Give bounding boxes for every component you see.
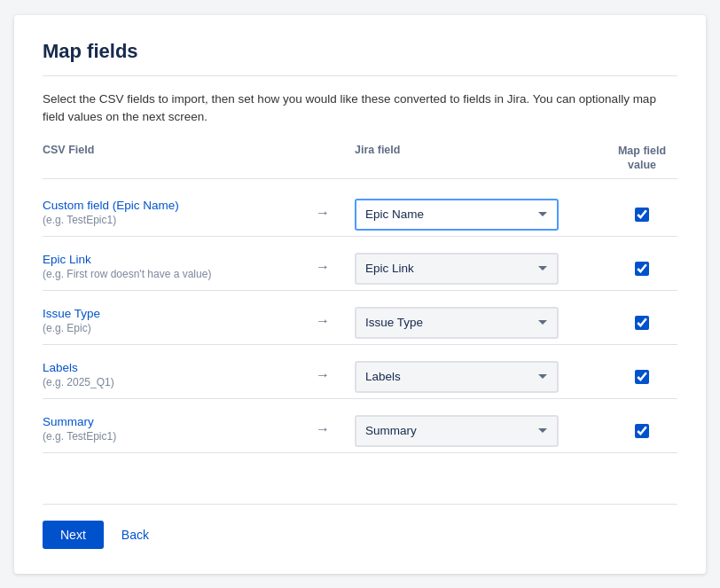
- jira-field-select[interactable]: Issue Type: [355, 307, 559, 339]
- csv-field-example: (e.g. TestEpic1): [43, 214, 309, 226]
- table-row: Issue Type(e.g. Epic)→Issue Type: [43, 291, 677, 345]
- map-field-value-checkbox[interactable]: [635, 208, 649, 222]
- arrow-col: →: [309, 367, 344, 383]
- field-rows: Custom field (Epic Name)(e.g. TestEpic1)…: [43, 183, 677, 495]
- jira-field-col: Epic Link: [344, 249, 607, 285]
- table-row: Labels(e.g. 2025_Q1)→Labels: [43, 345, 677, 399]
- jira-field-col: Epic Name: [344, 195, 607, 231]
- csv-field-col: Issue Type(e.g. Epic): [43, 307, 309, 334]
- map-field-value-checkbox-col: [607, 258, 677, 276]
- csv-field-name: Labels: [43, 361, 309, 374]
- map-field-value-checkbox-col: [607, 366, 677, 384]
- jira-field-col: Labels: [344, 357, 607, 393]
- jira-field-select[interactable]: Labels: [355, 361, 559, 393]
- csv-field-example: (e.g. 2025_Q1): [43, 376, 309, 388]
- map-field-value-checkbox[interactable]: [635, 262, 649, 276]
- map-field-value-checkbox-col: [607, 312, 677, 330]
- csv-field-col: Summary(e.g. TestEpic1): [43, 415, 309, 443]
- csv-field-example: (e.g. Epic): [43, 322, 309, 334]
- map-field-value-checkbox[interactable]: [635, 316, 649, 330]
- table-row: Custom field (Epic Name)(e.g. TestEpic1)…: [43, 183, 677, 237]
- jira-field-select[interactable]: Epic Name: [355, 199, 559, 231]
- arrow-icon: →: [316, 421, 330, 437]
- csv-field-example: (e.g. First row doesn't have a value): [43, 268, 309, 280]
- arrow-icon: →: [316, 259, 330, 275]
- table-header: CSV Field Jira field Map field value: [43, 144, 677, 179]
- arrow-col: →: [309, 205, 344, 221]
- jira-field-header: Jira field: [344, 144, 607, 173]
- back-button[interactable]: Back: [118, 521, 153, 549]
- csv-field-name: Issue Type: [43, 307, 309, 320]
- next-button[interactable]: Next: [43, 521, 104, 549]
- jira-field-col: Summary: [344, 412, 607, 447]
- page-title: Map fields: [43, 40, 677, 63]
- csv-field-col: Epic Link(e.g. First row doesn't have a …: [43, 253, 309, 280]
- csv-field-col: Labels(e.g. 2025_Q1): [43, 361, 309, 388]
- map-field-value-checkbox-col: [607, 204, 677, 222]
- footer-actions: Next Back: [43, 521, 677, 549]
- table-row: Epic Link(e.g. First row doesn't have a …: [43, 237, 677, 291]
- table-row: Summary(e.g. TestEpic1)→Summary: [43, 399, 677, 453]
- map-fields-card: Map fields Select the CSV fields to impo…: [14, 15, 706, 574]
- arrow-icon: →: [316, 313, 330, 329]
- arrow-col: →: [309, 313, 344, 329]
- map-field-value-checkbox-col: [607, 420, 677, 438]
- jira-field-select[interactable]: Epic Link: [355, 253, 559, 285]
- csv-field-example: (e.g. TestEpic1): [43, 430, 309, 443]
- arrow-icon: →: [316, 367, 330, 383]
- csv-field-name: Epic Link: [43, 253, 309, 266]
- title-divider: [43, 75, 677, 76]
- description: Select the CSV fields to import, then se…: [43, 90, 677, 127]
- footer-divider: [43, 504, 677, 505]
- jira-field-select[interactable]: Summary: [355, 415, 559, 447]
- arrow-col: →: [309, 421, 344, 437]
- arrow-icon: →: [316, 205, 330, 221]
- jira-field-col: Issue Type: [344, 303, 607, 339]
- map-field-value-checkbox[interactable]: [635, 370, 649, 384]
- csv-field-name: Custom field (Epic Name): [43, 199, 309, 212]
- arrow-col: →: [309, 259, 344, 275]
- csv-field-col: Custom field (Epic Name)(e.g. TestEpic1): [43, 199, 309, 226]
- csv-field-header: CSV Field: [43, 144, 344, 173]
- csv-field-name: Summary: [43, 415, 309, 428]
- map-field-value-header: Map field value: [607, 144, 677, 173]
- map-field-value-checkbox[interactable]: [635, 424, 649, 438]
